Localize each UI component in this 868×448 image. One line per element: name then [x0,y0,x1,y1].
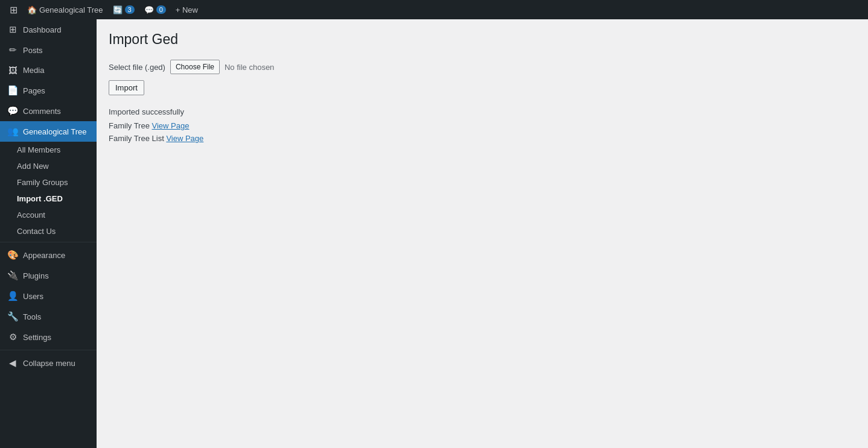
submenu-all-members[interactable]: All Members [0,142,97,158]
sidebar-item-comments[interactable]: 💬 Comments [0,101,97,121]
submenu-account[interactable]: Account [0,207,97,223]
submenu-family-groups[interactable]: Family Groups [0,174,97,191]
sidebar-item-pages[interactable]: 📄 Pages [0,80,97,101]
collapse-menu-button[interactable]: ◀ Collapse menu [0,353,97,373]
wp-icon: ⊞ [10,4,18,16]
submenu-import-ged[interactable]: Import .GED [0,191,97,207]
success-message: Imported successfully [109,107,856,116]
tools-icon: 🔧 [7,311,18,322]
posts-icon: ✏ [7,45,18,55]
sidebar-item-posts[interactable]: ✏ Posts [0,40,97,60]
sidebar-divider [0,242,97,242]
updates-link[interactable]: 🔄 3 [108,0,139,19]
sidebar-item-dashboard[interactable]: ⊞ Dashboard [0,19,97,40]
appearance-icon: 🎨 [7,250,18,260]
sidebar-item-genealogical-tree[interactable]: 👥 Genealogical Tree [0,121,97,142]
file-select-row: Select file (.ged) Choose File No file c… [109,60,856,74]
no-file-text: No file chosen [225,63,274,72]
plugins-icon: 🔌 [7,270,18,281]
family-tree-list-row: Family Tree List View Page [109,134,856,143]
updates-icon: 🔄 [113,5,123,14]
sidebar-item-users[interactable]: 👤 Users [0,286,97,306]
sidebar-item-tools[interactable]: 🔧 Tools [0,306,97,327]
submenu-add-new[interactable]: Add New [0,158,97,174]
home-icon: 🏠 [27,5,37,14]
family-tree-list-view-page-link[interactable]: View Page [166,134,203,143]
comments-nav-icon: 💬 [7,106,18,116]
collapse-icon: ◀ [7,358,18,368]
wp-logo[interactable]: ⊞ [5,0,22,19]
sidebar-item-plugins[interactable]: 🔌 Plugins [0,265,97,286]
import-button[interactable]: Import [109,80,144,95]
main-content: Import Ged Select file (.ged) Choose Fil… [97,19,868,448]
choose-file-button[interactable]: Choose File [170,60,220,74]
page-title: Import Ged [109,31,856,48]
family-tree-list-label: Family Tree List [109,134,164,143]
comments-badge: 0 [156,5,166,14]
admin-bar: ⊞ 🏠 Genealogical Tree 🔄 3 💬 0 + New [0,0,868,19]
dashboard-icon: ⊞ [7,24,18,35]
sidebar-item-media[interactable]: 🖼 Media [0,60,97,80]
sidebar-item-appearance[interactable]: 🎨 Appearance [0,245,97,265]
sidebar: ⊞ Dashboard ✏ Posts 🖼 Media 📄 Pages 💬 Co… [0,19,97,448]
updates-badge: 3 [125,5,135,14]
import-row: Import [109,80,856,107]
sidebar-item-settings[interactable]: ⚙ Settings [0,327,97,347]
family-tree-row: Family Tree View Page [109,121,856,130]
comments-link[interactable]: 💬 0 [139,0,171,19]
comments-icon: 💬 [144,5,154,14]
sidebar-divider-2 [0,350,97,350]
family-tree-label: Family Tree [109,121,150,130]
pages-icon: 📄 [7,85,18,96]
submenu-contact-us[interactable]: Contact Us [0,223,97,239]
family-tree-view-page-link[interactable]: View Page [152,121,190,130]
new-content-link[interactable]: + New [171,0,203,19]
users-icon: 👤 [7,291,18,301]
site-name-link[interactable]: 🏠 Genealogical Tree [22,0,108,19]
media-icon: 🖼 [7,65,18,75]
file-label: Select file (.ged) [109,63,165,72]
genealogical-tree-icon: 👥 [7,126,18,137]
settings-icon: ⚙ [7,332,18,342]
